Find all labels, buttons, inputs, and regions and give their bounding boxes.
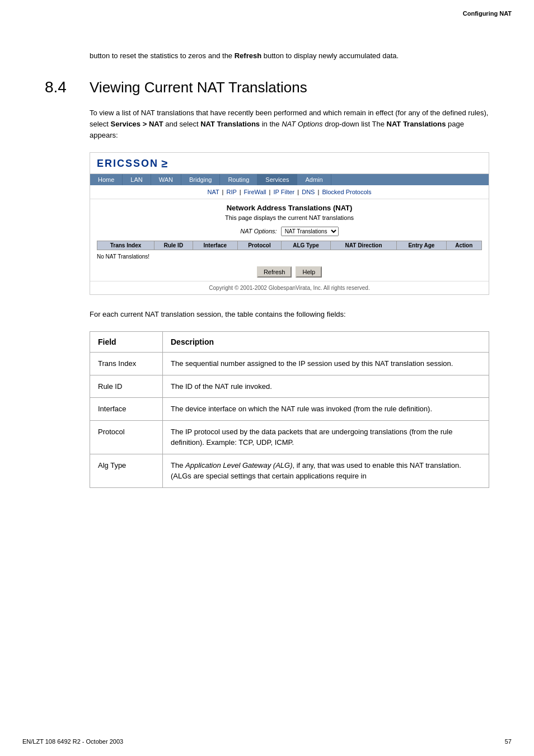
help-button[interactable]: Help <box>296 266 322 278</box>
th-action: Action <box>446 241 481 250</box>
field-col-header: Field <box>90 332 163 353</box>
subnav-dns[interactable]: DNS <box>302 189 315 195</box>
th-interface: Interface <box>193 241 237 250</box>
table-row: Rule ID The ID of the NAT rule invoked. <box>90 375 489 398</box>
ui-header: ERICSSON ≥ <box>90 153 489 174</box>
body-bold-nat2: NAT Translations <box>387 120 446 128</box>
ericsson-logo-swoosh: ≥ <box>158 157 168 170</box>
intro-paragraph: button to reset the statistics to zeros … <box>90 50 489 62</box>
field-rule-id: Rule ID <box>90 375 163 398</box>
th-alg-type: ALG Type <box>282 241 331 250</box>
th-rule-id: Rule ID <box>154 241 193 250</box>
body-bold-nat: NAT Translations <box>200 120 260 128</box>
nat-options-label: NAT Options: <box>240 228 277 234</box>
copyright-text: Copyright © 2001-2002 GlobespanVirata, I… <box>90 281 489 294</box>
desc-alg-type: The Application Level Gateway (ALG), if … <box>163 454 489 487</box>
section-number: 8.4 <box>45 78 90 96</box>
button-row: Refresh Help <box>90 263 489 281</box>
footer-page-number: 57 <box>505 738 512 745</box>
section-body: To view a list of NAT translations that … <box>90 107 489 141</box>
nat-options-select[interactable]: NAT Translations <box>281 227 339 236</box>
subnav-rip[interactable]: RIP <box>226 189 236 195</box>
field-alg-type: Alg Type <box>90 454 163 487</box>
field-description-table: Field Description Trans Index The sequen… <box>90 331 489 488</box>
page-title-section: Network Address Translations (NAT) This … <box>90 199 489 227</box>
section-title: Viewing Current NAT Translations <box>90 79 307 96</box>
ericsson-logo-text: ERICSSON <box>97 158 158 170</box>
sub-nav: NAT | RIP | FireWall | IP Filter | DNS |… <box>90 185 489 199</box>
nav-routing[interactable]: Routing <box>220 174 257 185</box>
field-table-body: Trans Index The sequential number assign… <box>90 353 489 488</box>
page-header-right: Configuring NAT <box>0 0 534 17</box>
intro-text-before: button to reset the statistics to zeros … <box>90 51 235 60</box>
nav-lan[interactable]: LAN <box>123 174 151 185</box>
alg-desc-italic: Application Level Gateway (ALG) <box>185 461 292 469</box>
th-trans-index: Trans Index <box>97 241 154 250</box>
ui-screenshot-box: ERICSSON ≥ Home LAN WAN Bridging Routing… <box>90 152 489 295</box>
subnav-ipfilter[interactable]: IP Filter <box>274 189 295 195</box>
table-header-row: Trans Index Rule ID Interface Protocol A… <box>97 241 482 250</box>
nav-home[interactable]: Home <box>90 174 123 185</box>
section-heading: 8.4 Viewing Current NAT Translations <box>90 78 489 96</box>
table-row: Alg Type The Application Level Gateway (… <box>90 454 489 487</box>
table-row: Trans Index The sequential number assign… <box>90 353 489 375</box>
body-bold-services: Services > NAT <box>111 120 163 128</box>
nav-services[interactable]: Services <box>257 174 297 185</box>
th-entry-age: Entry Age <box>397 241 446 250</box>
description-col-header: Description <box>163 332 489 353</box>
body-italic-nat-options: NAT Options <box>282 120 322 128</box>
desc-rule-id: The ID of the NAT rule invoked. <box>163 375 489 398</box>
main-content: button to reset the statistics to zeros … <box>0 17 534 516</box>
below-ui-description: For each current NAT translation session… <box>90 309 489 320</box>
field-interface: Interface <box>90 398 163 421</box>
intro-bold-refresh: Refresh <box>235 51 261 60</box>
table-row: Interface The device interface on which … <box>90 398 489 421</box>
nat-page-subtitle: This page displays the current NAT trans… <box>90 214 489 221</box>
desc-trans-index: The sequential number assigned to the IP… <box>163 353 489 375</box>
footer-left: EN/LZT 108 6492 R2 - October 2003 <box>22 738 123 745</box>
field-trans-index: Trans Index <box>90 353 163 375</box>
subnav-nat[interactable]: NAT <box>208 189 219 195</box>
no-translations-text: No NAT Translations! <box>90 252 489 263</box>
desc-protocol: The IP protocol used by the data packets… <box>163 420 489 454</box>
desc-interface: The device interface on which the NAT ru… <box>163 398 489 421</box>
field-protocol: Protocol <box>90 420 163 454</box>
nav-bar: Home LAN WAN Bridging Routing Services A… <box>90 174 489 185</box>
alg-desc-before: The <box>171 461 185 469</box>
th-protocol: Protocol <box>237 241 281 250</box>
th-nat-direction: NAT Direction <box>330 241 396 250</box>
table-row: Protocol The IP protocol used by the dat… <box>90 420 489 454</box>
subnav-firewall[interactable]: FireWall <box>244 189 266 195</box>
page-footer: EN/LZT 108 6492 R2 - October 2003 57 <box>22 738 512 745</box>
nav-admin[interactable]: Admin <box>297 174 331 185</box>
field-table-header-row: Field Description <box>90 332 489 353</box>
nav-wan[interactable]: WAN <box>151 174 181 185</box>
body-text3: in the NAT Options drop-down list The <box>260 120 386 128</box>
refresh-button[interactable]: Refresh <box>257 266 292 278</box>
nav-bridging[interactable]: Bridging <box>181 174 220 185</box>
nat-page-title: Network Address Translations (NAT) <box>90 204 489 212</box>
subnav-blocked[interactable]: Blocked Protocols <box>322 189 371 195</box>
intro-text-after: button to display newly accumulated data… <box>261 51 399 60</box>
nat-translations-table: Trans Index Rule ID Interface Protocol A… <box>97 241 482 250</box>
body-text2: and select <box>163 120 201 128</box>
nat-options-row: NAT Options: NAT Translations <box>90 227 489 236</box>
